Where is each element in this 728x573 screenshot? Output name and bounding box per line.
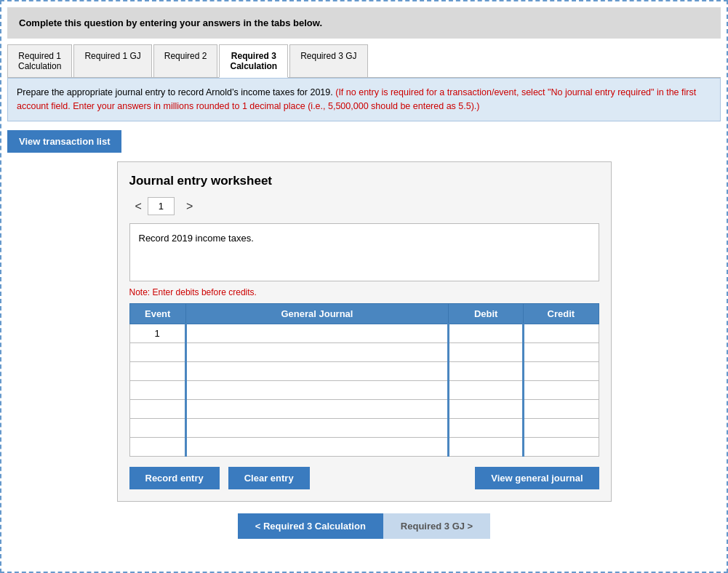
debit-cell-2[interactable] [449,342,524,361]
bottom-next-button: Required 3 GJ > [383,513,490,539]
credit-input-2[interactable] [524,343,598,361]
gj-input-2[interactable] [190,343,447,361]
credit-cell-5[interactable] [524,399,599,418]
credit-cell-4[interactable] [524,380,599,399]
worksheet-container: Journal entry worksheet < 1 > Record 201… [117,161,612,502]
gj-cell-2[interactable] [185,342,448,361]
gj-cell-4[interactable] [185,380,448,399]
debit-input-2[interactable] [449,343,522,361]
gj-input-5[interactable] [190,400,447,418]
credit-cell-1[interactable] [524,324,599,342]
gj-cell-6[interactable] [185,418,448,437]
info-normal-text: Prepare the appropriate journal entry to… [17,87,333,97]
table-row [129,399,599,418]
entry-description-text: Record 2019 income taxes. [139,233,254,244]
gj-input-7[interactable] [190,438,447,456]
credit-input-1[interactable] [524,324,598,342]
credit-input-7[interactable] [524,438,598,456]
credit-input-3[interactable] [524,362,598,380]
debit-input-5[interactable] [449,400,522,418]
gj-input-6[interactable] [190,419,447,437]
table-row: 1 [129,324,599,342]
outer-container: Complete this question by entering your … [7,7,721,539]
tab-req1-gj[interactable]: Required 1 GJ [73,44,151,77]
credit-input-5[interactable] [524,400,598,418]
event-cell-7 [129,437,185,456]
debit-cell-1[interactable] [449,324,524,342]
bottom-nav: < Required 3 Calculation Required 3 GJ > [7,513,721,539]
credit-cell-3[interactable] [524,361,599,380]
debit-cell-3[interactable] [449,361,524,380]
gj-cell-1[interactable] [185,324,448,342]
record-entry-button[interactable]: Record entry [129,467,220,489]
bottom-prev-button[interactable]: < Required 3 Calculation [238,513,383,539]
view-general-journal-button[interactable]: View general journal [475,467,599,489]
debit-cell-5[interactable] [449,399,524,418]
debit-cell-6[interactable] [449,418,524,437]
info-box: Prepare the appropriate journal entry to… [7,78,721,121]
tab-req3-calc[interactable]: Required 3 Calculation [219,44,288,78]
table-row [129,437,599,456]
credit-cell-6[interactable] [524,418,599,437]
tab-req2[interactable]: Required 2 [153,44,218,77]
note-text: Note: Enter debits before credits. [129,287,599,297]
next-page-button[interactable]: > [180,197,199,216]
credit-input-6[interactable] [524,419,598,437]
tab-req3-gj[interactable]: Required 3 GJ [289,44,367,77]
worksheet-title: Journal entry worksheet [129,174,599,188]
col-header-credit: Credit [524,303,599,324]
page-number: 1 [148,197,175,215]
credit-input-4[interactable] [524,381,598,399]
worksheet-buttons: Record entry Clear entry View general jo… [129,467,599,489]
debit-input-7[interactable] [449,438,522,456]
gj-input-4[interactable] [190,381,447,399]
col-header-event: Event [129,303,185,324]
debit-input-6[interactable] [449,419,522,437]
debit-cell-4[interactable] [449,380,524,399]
entry-description-box: Record 2019 income taxes. [129,223,599,281]
event-cell-1: 1 [129,324,185,342]
view-transaction-button[interactable]: View transaction list [7,130,121,153]
gj-cell-7[interactable] [185,437,448,456]
col-header-debit: Debit [449,303,524,324]
instruction-bar: Complete this question by entering your … [7,7,721,39]
event-cell-4 [129,380,185,399]
tab-req1-calc[interactable]: Required 1 Calculation [7,44,72,77]
gj-cell-3[interactable] [185,361,448,380]
clear-entry-button[interactable]: Clear entry [228,467,310,489]
journal-table: Event General Journal Debit Credit 1 [129,303,599,457]
pagination-row: < 1 > [129,197,599,216]
event-cell-6 [129,418,185,437]
debit-input-1[interactable] [449,324,522,342]
table-row [129,342,599,361]
instruction-text: Complete this question by entering your … [19,17,322,28]
credit-cell-7[interactable] [524,437,599,456]
event-cell-2 [129,342,185,361]
debit-input-3[interactable] [449,362,522,380]
table-row [129,380,599,399]
credit-cell-2[interactable] [524,342,599,361]
prev-page-button[interactable]: < [129,197,148,216]
gj-cell-5[interactable] [185,399,448,418]
tabs-row: Required 1 Calculation Required 1 GJ Req… [7,44,721,78]
gj-input-3[interactable] [190,362,447,380]
table-row [129,418,599,437]
debit-input-4[interactable] [449,381,522,399]
gj-input-1[interactable] [190,324,447,342]
col-header-gj: General Journal [185,303,448,324]
event-cell-5 [129,399,185,418]
table-row [129,361,599,380]
event-cell-3 [129,361,185,380]
debit-cell-7[interactable] [449,437,524,456]
